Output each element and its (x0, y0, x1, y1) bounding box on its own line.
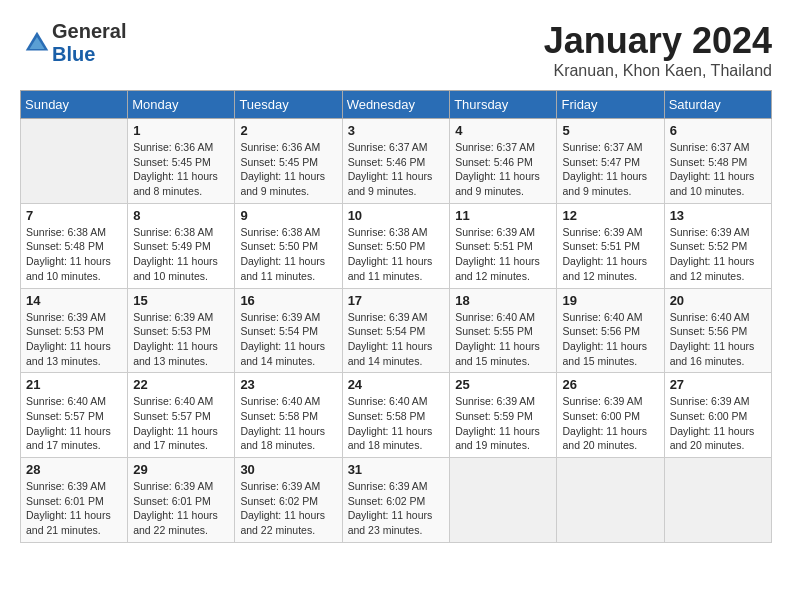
calendar-cell: 17Sunrise: 6:39 AMSunset: 5:54 PMDayligh… (342, 288, 450, 373)
day-info: Sunrise: 6:40 AMSunset: 5:58 PMDaylight:… (348, 394, 445, 453)
day-number: 6 (670, 123, 766, 138)
day-info: Sunrise: 6:39 AMSunset: 6:01 PMDaylight:… (133, 479, 229, 538)
day-number: 31 (348, 462, 445, 477)
calendar-cell: 24Sunrise: 6:40 AMSunset: 5:58 PMDayligh… (342, 373, 450, 458)
day-number: 5 (562, 123, 658, 138)
day-info: Sunrise: 6:39 AMSunset: 6:02 PMDaylight:… (240, 479, 336, 538)
day-info: Sunrise: 6:38 AMSunset: 5:50 PMDaylight:… (240, 225, 336, 284)
week-row-1: 1Sunrise: 6:36 AMSunset: 5:45 PMDaylight… (21, 119, 772, 204)
calendar-cell: 15Sunrise: 6:39 AMSunset: 5:53 PMDayligh… (128, 288, 235, 373)
day-number: 25 (455, 377, 551, 392)
day-number: 23 (240, 377, 336, 392)
logo: General Blue (20, 20, 126, 66)
calendar-cell: 6Sunrise: 6:37 AMSunset: 5:48 PMDaylight… (664, 119, 771, 204)
calendar-cell: 22Sunrise: 6:40 AMSunset: 5:57 PMDayligh… (128, 373, 235, 458)
week-row-2: 7Sunrise: 6:38 AMSunset: 5:48 PMDaylight… (21, 203, 772, 288)
calendar-cell: 26Sunrise: 6:39 AMSunset: 6:00 PMDayligh… (557, 373, 664, 458)
day-info: Sunrise: 6:36 AMSunset: 5:45 PMDaylight:… (133, 140, 229, 199)
day-info: Sunrise: 6:36 AMSunset: 5:45 PMDaylight:… (240, 140, 336, 199)
day-info: Sunrise: 6:40 AMSunset: 5:56 PMDaylight:… (670, 310, 766, 369)
calendar-cell: 16Sunrise: 6:39 AMSunset: 5:54 PMDayligh… (235, 288, 342, 373)
day-number: 7 (26, 208, 122, 223)
calendar-cell: 8Sunrise: 6:38 AMSunset: 5:49 PMDaylight… (128, 203, 235, 288)
header-row: SundayMondayTuesdayWednesdayThursdayFrid… (21, 91, 772, 119)
day-info: Sunrise: 6:38 AMSunset: 5:48 PMDaylight:… (26, 225, 122, 284)
day-number: 26 (562, 377, 658, 392)
month-year-title: January 2024 (544, 20, 772, 62)
day-info: Sunrise: 6:37 AMSunset: 5:47 PMDaylight:… (562, 140, 658, 199)
day-number: 14 (26, 293, 122, 308)
day-info: Sunrise: 6:39 AMSunset: 5:59 PMDaylight:… (455, 394, 551, 453)
calendar-cell: 11Sunrise: 6:39 AMSunset: 5:51 PMDayligh… (450, 203, 557, 288)
calendar-cell: 3Sunrise: 6:37 AMSunset: 5:46 PMDaylight… (342, 119, 450, 204)
calendar-cell: 25Sunrise: 6:39 AMSunset: 5:59 PMDayligh… (450, 373, 557, 458)
week-row-5: 28Sunrise: 6:39 AMSunset: 6:01 PMDayligh… (21, 458, 772, 543)
day-number: 4 (455, 123, 551, 138)
day-info: Sunrise: 6:40 AMSunset: 5:58 PMDaylight:… (240, 394, 336, 453)
calendar-cell (21, 119, 128, 204)
day-number: 29 (133, 462, 229, 477)
logo-general-text: General (52, 20, 126, 42)
day-info: Sunrise: 6:40 AMSunset: 5:56 PMDaylight:… (562, 310, 658, 369)
day-number: 1 (133, 123, 229, 138)
calendar-cell: 31Sunrise: 6:39 AMSunset: 6:02 PMDayligh… (342, 458, 450, 543)
day-number: 13 (670, 208, 766, 223)
calendar-table: SundayMondayTuesdayWednesdayThursdayFrid… (20, 90, 772, 543)
day-info: Sunrise: 6:40 AMSunset: 5:57 PMDaylight:… (133, 394, 229, 453)
calendar-cell: 12Sunrise: 6:39 AMSunset: 5:51 PMDayligh… (557, 203, 664, 288)
day-info: Sunrise: 6:38 AMSunset: 5:50 PMDaylight:… (348, 225, 445, 284)
header-day-sunday: Sunday (21, 91, 128, 119)
location-subtitle: Kranuan, Khon Kaen, Thailand (544, 62, 772, 80)
calendar-cell: 10Sunrise: 6:38 AMSunset: 5:50 PMDayligh… (342, 203, 450, 288)
calendar-cell (664, 458, 771, 543)
day-number: 18 (455, 293, 551, 308)
calendar-cell (557, 458, 664, 543)
day-number: 19 (562, 293, 658, 308)
calendar-cell (450, 458, 557, 543)
day-info: Sunrise: 6:37 AMSunset: 5:46 PMDaylight:… (455, 140, 551, 199)
title-block: January 2024 Kranuan, Khon Kaen, Thailan… (544, 20, 772, 80)
day-info: Sunrise: 6:39 AMSunset: 5:51 PMDaylight:… (455, 225, 551, 284)
day-number: 30 (240, 462, 336, 477)
day-number: 11 (455, 208, 551, 223)
day-info: Sunrise: 6:40 AMSunset: 5:57 PMDaylight:… (26, 394, 122, 453)
calendar-cell: 4Sunrise: 6:37 AMSunset: 5:46 PMDaylight… (450, 119, 557, 204)
calendar-header: SundayMondayTuesdayWednesdayThursdayFrid… (21, 91, 772, 119)
day-info: Sunrise: 6:39 AMSunset: 5:53 PMDaylight:… (26, 310, 122, 369)
logo-blue-text: Blue (52, 43, 95, 65)
page-header: General Blue January 2024 Kranuan, Khon … (20, 20, 772, 80)
day-info: Sunrise: 6:37 AMSunset: 5:48 PMDaylight:… (670, 140, 766, 199)
day-info: Sunrise: 6:39 AMSunset: 5:51 PMDaylight:… (562, 225, 658, 284)
calendar-cell: 14Sunrise: 6:39 AMSunset: 5:53 PMDayligh… (21, 288, 128, 373)
day-number: 28 (26, 462, 122, 477)
header-day-saturday: Saturday (664, 91, 771, 119)
calendar-cell: 18Sunrise: 6:40 AMSunset: 5:55 PMDayligh… (450, 288, 557, 373)
calendar-cell: 5Sunrise: 6:37 AMSunset: 5:47 PMDaylight… (557, 119, 664, 204)
day-info: Sunrise: 6:37 AMSunset: 5:46 PMDaylight:… (348, 140, 445, 199)
day-number: 17 (348, 293, 445, 308)
day-info: Sunrise: 6:39 AMSunset: 6:01 PMDaylight:… (26, 479, 122, 538)
day-info: Sunrise: 6:39 AMSunset: 5:54 PMDaylight:… (348, 310, 445, 369)
day-info: Sunrise: 6:40 AMSunset: 5:55 PMDaylight:… (455, 310, 551, 369)
day-info: Sunrise: 6:39 AMSunset: 6:02 PMDaylight:… (348, 479, 445, 538)
week-row-3: 14Sunrise: 6:39 AMSunset: 5:53 PMDayligh… (21, 288, 772, 373)
day-number: 12 (562, 208, 658, 223)
header-day-friday: Friday (557, 91, 664, 119)
calendar-cell: 13Sunrise: 6:39 AMSunset: 5:52 PMDayligh… (664, 203, 771, 288)
calendar-cell: 1Sunrise: 6:36 AMSunset: 5:45 PMDaylight… (128, 119, 235, 204)
day-info: Sunrise: 6:39 AMSunset: 6:00 PMDaylight:… (670, 394, 766, 453)
calendar-cell: 28Sunrise: 6:39 AMSunset: 6:01 PMDayligh… (21, 458, 128, 543)
day-info: Sunrise: 6:39 AMSunset: 5:53 PMDaylight:… (133, 310, 229, 369)
calendar-cell: 30Sunrise: 6:39 AMSunset: 6:02 PMDayligh… (235, 458, 342, 543)
calendar-cell: 27Sunrise: 6:39 AMSunset: 6:00 PMDayligh… (664, 373, 771, 458)
calendar-cell: 21Sunrise: 6:40 AMSunset: 5:57 PMDayligh… (21, 373, 128, 458)
day-number: 21 (26, 377, 122, 392)
day-number: 24 (348, 377, 445, 392)
calendar-cell: 2Sunrise: 6:36 AMSunset: 5:45 PMDaylight… (235, 119, 342, 204)
day-info: Sunrise: 6:39 AMSunset: 5:52 PMDaylight:… (670, 225, 766, 284)
header-day-thursday: Thursday (450, 91, 557, 119)
calendar-cell: 19Sunrise: 6:40 AMSunset: 5:56 PMDayligh… (557, 288, 664, 373)
calendar-cell: 29Sunrise: 6:39 AMSunset: 6:01 PMDayligh… (128, 458, 235, 543)
calendar-cell: 23Sunrise: 6:40 AMSunset: 5:58 PMDayligh… (235, 373, 342, 458)
calendar-body: 1Sunrise: 6:36 AMSunset: 5:45 PMDaylight… (21, 119, 772, 543)
